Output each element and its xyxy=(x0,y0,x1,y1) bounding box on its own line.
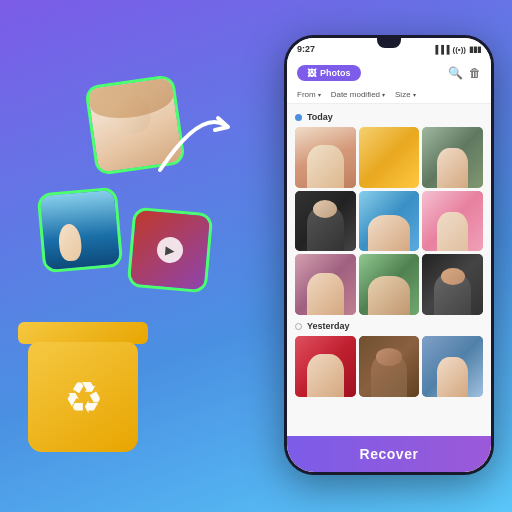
filter-date-caret: ▾ xyxy=(382,91,385,98)
photo-11[interactable] xyxy=(359,336,420,397)
floating-photo-video: ▶ xyxy=(127,207,214,294)
recycle-icon: ♻ xyxy=(64,372,103,423)
filter-date-label: Date modified xyxy=(331,90,380,99)
trash-bin: ♻ xyxy=(18,312,148,452)
signal-icon: ▐▐▐ xyxy=(433,45,450,54)
trash-body: ♻ xyxy=(28,342,138,452)
photo-10[interactable] xyxy=(295,336,356,397)
photo-7[interactable] xyxy=(295,254,356,315)
filter-size-caret: ▾ xyxy=(413,91,416,98)
search-icon[interactable]: 🔍 xyxy=(448,66,463,80)
filter-size-label: Size xyxy=(395,90,411,99)
section-today: Today xyxy=(295,112,483,122)
photo-1[interactable] xyxy=(295,127,356,188)
battery-icon: ▮▮▮ xyxy=(469,45,481,54)
filter-from-label: From xyxy=(297,90,316,99)
photos-tab[interactable]: 🖼 Photos xyxy=(297,65,361,81)
app-header: 🖼 Photos 🔍 🗑 xyxy=(287,60,491,86)
wifi-icon: ((•)) xyxy=(453,45,466,54)
photo-9[interactable] xyxy=(422,254,483,315)
photo-6[interactable] xyxy=(422,191,483,252)
trash-lid xyxy=(18,322,148,344)
today-photo-grid xyxy=(295,127,483,315)
phone-screen: 9:27 ▐▐▐ ((•)) ▮▮▮ 🖼 Photos 🔍 🗑 From ▾ xyxy=(287,38,491,472)
status-time: 9:27 xyxy=(297,44,315,54)
phone-mockup: 9:27 ▐▐▐ ((•)) ▮▮▮ 🖼 Photos 🔍 🗑 From ▾ xyxy=(284,35,494,475)
filter-from-caret: ▾ xyxy=(318,91,321,98)
yesterday-label: Yesterday xyxy=(307,321,350,331)
section-yesterday: Yesterday xyxy=(295,321,483,331)
filter-date[interactable]: Date modified ▾ xyxy=(331,90,385,99)
photo-12[interactable] xyxy=(422,336,483,397)
filter-bar: From ▾ Date modified ▾ Size ▾ xyxy=(287,86,491,104)
arrow-icon xyxy=(140,100,240,180)
photo-2[interactable] xyxy=(359,127,420,188)
yesterday-photo-grid xyxy=(295,336,483,397)
photo-content: Today xyxy=(287,104,491,436)
recover-button[interactable]: Recover xyxy=(287,436,491,472)
header-actions: 🔍 🗑 xyxy=(448,66,481,80)
recover-label: Recover xyxy=(360,446,419,462)
today-dot xyxy=(295,114,302,121)
phone-notch xyxy=(377,38,401,48)
floating-photo-2 xyxy=(37,187,124,274)
photos-tab-label: Photos xyxy=(320,68,351,78)
photo-8[interactable] xyxy=(359,254,420,315)
photos-tab-icon: 🖼 xyxy=(307,68,316,78)
filter-size[interactable]: Size ▾ xyxy=(395,90,416,99)
photo-5[interactable] xyxy=(359,191,420,252)
today-label: Today xyxy=(307,112,333,122)
yesterday-dot xyxy=(295,323,302,330)
play-button[interactable]: ▶ xyxy=(156,236,184,264)
photo-4[interactable] xyxy=(295,191,356,252)
filter-from[interactable]: From ▾ xyxy=(297,90,321,99)
photo-3[interactable] xyxy=(422,127,483,188)
delete-icon[interactable]: 🗑 xyxy=(469,66,481,80)
status-icons: ▐▐▐ ((•)) ▮▮▮ xyxy=(433,45,481,54)
